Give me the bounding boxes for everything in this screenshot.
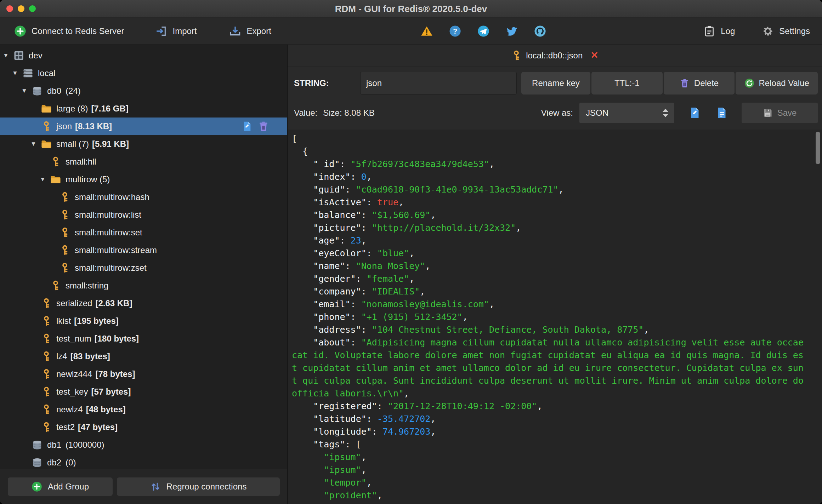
sidebar: ▼dev▼local▼db0(24)large (8)[7.16 GB]json… [0,45,287,504]
tree-item-newlz444[interactable]: newlz444[78 bytes] [0,365,287,383]
disclosure-triangle-icon[interactable]: ▼ [40,176,50,183]
tree-item-db2[interactable]: db2(0) [0,454,287,469]
ttl-button[interactable]: TTL:-1 [591,72,663,94]
tree-item-small-hll[interactable]: small:hll [0,153,287,171]
tree-item-small-multirow-list[interactable]: small:multirow:list [0,206,287,224]
rename-key-button[interactable]: Rename key [521,72,590,94]
tree-item-test-num[interactable]: test_num[180 bytes] [0,330,287,348]
connect-to-redis-server-button[interactable]: Connect to Redis Server [14,25,124,37]
tree-item-label: multirow (5) [66,174,110,184]
delete-key-button[interactable]: Delete [664,72,735,94]
view-as-select[interactable]: JSON [579,103,674,123]
disclosure-triangle-icon[interactable]: ▼ [21,87,32,94]
regroup-connections-button[interactable]: Regroup connections [117,477,280,496]
tree-item-small-string[interactable]: small:string [0,277,287,294]
disclosure-triangle-icon[interactable]: ▼ [12,70,23,77]
folder-icon [50,174,61,185]
telegram-icon[interactable] [477,25,489,37]
open-in-editor-icon[interactable] [688,106,701,120]
tree-item-size: [83 bytes] [70,351,110,361]
tree-item-count: (1000000) [66,440,104,450]
key-icon [41,404,52,415]
save-button[interactable]: Save [742,103,818,123]
export-button[interactable]: Export [229,25,271,37]
editor-scrollbar-thumb[interactable] [816,132,820,164]
tree-item-newlz4[interactable]: newlz4[48 bytes] [0,401,287,418]
tree-item-label: small:multirow:hash [75,192,149,202]
key-icon [41,386,52,397]
tree-item-serialized[interactable]: serialized[2.63 KB] [0,294,287,312]
tree-item-size: [47 bytes] [78,422,118,432]
tree-item-label: large (8) [56,104,88,114]
folder-icon [41,139,52,149]
export-label: Export [246,26,271,36]
plus-circle-icon [32,481,42,492]
tree-item-json[interactable]: json[8.13 KB] [0,118,287,135]
disclosure-triangle-icon[interactable]: ▼ [30,141,41,148]
rename-key-label: Rename key [532,78,580,88]
connect-label: Connect to Redis Server [32,26,124,36]
tree-item-size: [78 bytes] [95,369,135,379]
key-tab[interactable]: local::db0::json ✕ [511,50,599,61]
tree-item-db0[interactable]: ▼db0(24) [0,82,287,100]
zoom-window-button[interactable] [29,5,36,12]
tree-item-lz4[interactable]: lz4[83 bytes] [0,348,287,365]
tree-item-small-multirow-stream[interactable]: small:multirow:stream [0,241,287,259]
tree-item-label: test_num [56,334,91,344]
tree-item-dev[interactable]: ▼dev [0,47,287,64]
settings-button[interactable]: Settings [762,25,810,37]
tree-item-small-multirow-zset[interactable]: small:multirow:zset [0,259,287,277]
tree-item-small-multirow-set[interactable]: small:multirow:set [0,224,287,241]
tree-item-small-7[interactable]: ▼small (7)[5.91 KB] [0,135,287,153]
edit-key-icon[interactable] [242,121,253,132]
key-name-input[interactable] [360,72,517,94]
value-label: Value: [294,108,317,118]
disclosure-triangle-icon[interactable]: ▼ [3,52,13,59]
tree-item-large-8[interactable]: large (8)[7.16 GB] [0,100,287,118]
close-window-button[interactable] [6,5,13,12]
value-size-label: Size: 8.08 KB [323,108,374,118]
view-as-label: View as: [541,108,573,118]
tree-item-size: [8.13 KB] [75,121,112,131]
tree-item-label: small:multirow:set [75,228,142,237]
tree-item-test2[interactable]: test2[47 bytes] [0,418,287,436]
add-group-button[interactable]: Add Group [8,477,113,496]
minimize-window-button[interactable] [18,5,24,12]
log-button[interactable]: Log [703,25,735,37]
value-editor[interactable]: [ { "_id": "5f7b26973c483ea3479d4e53", "… [288,130,822,504]
tree-item-size: [57 bytes] [91,387,131,397]
tree-item-label: small:multirow:list [75,210,141,220]
key-icon [59,227,70,238]
view-as-value: JSON [586,108,608,118]
save-label: Save [777,108,797,118]
tree-item-count: (24) [66,86,81,96]
tree-item-test-key[interactable]: test_key[57 bytes] [0,383,287,401]
tree-item-multirow-5[interactable]: ▼multirow (5) [0,171,287,188]
key-icon [41,369,52,379]
import-button[interactable]: Import [155,25,197,37]
tree-item-size: [7.16 GB] [91,104,128,114]
database-icon [32,86,42,96]
tree-item-label: dev [29,51,42,61]
twitter-icon[interactable] [506,25,518,37]
key-icon [50,156,61,167]
database-stack-icon [23,68,33,79]
tree-item-db1[interactable]: db1(1000000) [0,436,287,454]
help-icon[interactable]: ? [449,25,461,37]
tree-item-size: [195 bytes] [74,316,118,326]
delete-key-trash-icon[interactable] [258,121,269,132]
github-icon[interactable] [534,25,546,37]
close-tab-icon[interactable]: ✕ [590,51,599,60]
tree-item-label: newlz4 [56,405,83,414]
reload-value-button[interactable]: Reload Value [736,72,818,94]
tree-item-local[interactable]: ▼local [0,64,287,82]
export-icon [229,25,241,37]
tree-item-label: small:multirow:stream [75,245,157,255]
tree-item-small-multirow-hash[interactable]: small:multirow:hash [0,188,287,206]
main-panel: local::db0::json ✕ STRING: Rename key TT… [288,45,822,504]
warning-icon[interactable] [421,25,433,37]
folder-icon [41,103,52,114]
key-icon [41,121,52,132]
tree-item-lkist[interactable]: lkist[195 bytes] [0,312,287,330]
view-raw-document-icon[interactable] [715,106,728,120]
